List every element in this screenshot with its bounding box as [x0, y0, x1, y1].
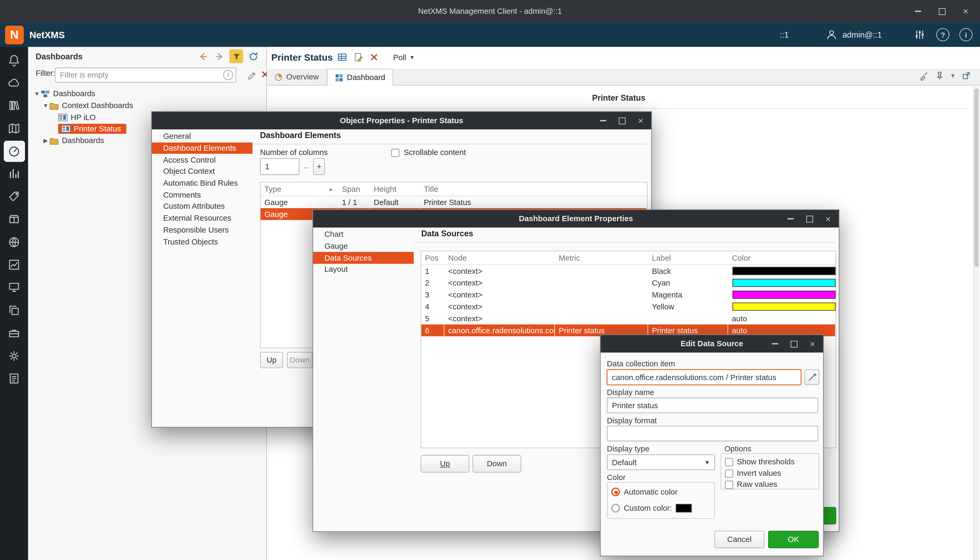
broom-icon[interactable]: [919, 71, 929, 81]
nav-item-responsible-users[interactable]: Responsible Users: [152, 224, 253, 236]
dialog-close-button[interactable]: ×: [822, 213, 834, 224]
tree-item-dashboards-root[interactable]: ▼ Dashboards: [28, 88, 266, 100]
nav-item-data-sources[interactable]: Data Sources: [313, 252, 414, 264]
cancel-button[interactable]: Cancel: [714, 531, 764, 548]
rail-notes-icon[interactable]: [3, 368, 25, 389]
dialog-close-button[interactable]: ×: [635, 115, 646, 126]
dialog-maximize-button[interactable]: [616, 115, 627, 126]
column-header-height[interactable]: Height: [370, 183, 420, 196]
table-row[interactable]: 4 <context> Yellow: [421, 301, 835, 313]
dci-picker-button[interactable]: [804, 370, 820, 385]
dialog-minimize-button[interactable]: [597, 115, 609, 126]
nav-item-automatic-bind-rules[interactable]: Automatic Bind Rules: [152, 177, 253, 189]
show-thresholds-checkbox[interactable]: [725, 458, 733, 466]
column-header-title[interactable]: Title: [420, 183, 647, 196]
rail-library-icon[interactable]: [3, 95, 25, 116]
edit-page-icon[interactable]: [353, 52, 364, 63]
help-icon[interactable]: ?: [936, 28, 950, 41]
raw-values-checkbox[interactable]: [725, 480, 733, 488]
automatic-color-radio[interactable]: [611, 488, 620, 497]
table-row[interactable]: 1 <context> Black: [421, 265, 835, 277]
delete-icon[interactable]: [369, 52, 379, 62]
table-row[interactable]: Gauge 1 / 1 Default Printer Status: [261, 196, 647, 208]
ok-button[interactable]: OK: [768, 531, 819, 548]
display-type-select[interactable]: Default ▼: [607, 455, 715, 470]
nav-item-external-resources[interactable]: External Resources: [152, 212, 253, 224]
nav-item-custom-attributes[interactable]: Custom Attributes: [152, 201, 253, 212]
nav-item-comments[interactable]: Comments: [152, 189, 253, 201]
scrollable-checkbox-row[interactable]: Scrollable content: [391, 148, 466, 157]
column-header-type[interactable]: Type▲: [261, 183, 338, 196]
down-button[interactable]: Down: [473, 455, 521, 473]
rail-dashboard-icon[interactable]: [3, 140, 25, 162]
dialog-minimize-button[interactable]: [769, 338, 780, 349]
open-external-icon[interactable]: [961, 71, 971, 81]
rail-copies-icon[interactable]: [3, 300, 25, 321]
dci-input[interactable]: [607, 370, 801, 385]
info-icon[interactable]: i: [959, 28, 973, 41]
nav-item-layout[interactable]: Layout: [313, 264, 414, 275]
nav-item-object-context[interactable]: Object Context: [152, 165, 253, 177]
chevron-down-icon[interactable]: ▼: [950, 73, 956, 79]
table-row[interactable]: 3 <context> Magenta: [421, 289, 835, 301]
column-header-label[interactable]: Label: [648, 252, 728, 265]
tab-dashboard[interactable]: Dashboard: [327, 69, 393, 86]
dialog-maximize-button[interactable]: [804, 213, 815, 224]
content-scrollbar[interactable]: [973, 87, 980, 560]
custom-color-option[interactable]: Custom color:: [607, 503, 715, 513]
column-header-span[interactable]: Span: [338, 183, 370, 196]
raw-values-option[interactable]: Raw values: [721, 479, 819, 490]
refresh-icon[interactable]: [246, 49, 260, 63]
custom-color-swatch[interactable]: [676, 504, 692, 513]
expander-closed-icon[interactable]: ▶: [42, 137, 49, 144]
window-minimize-button[interactable]: [912, 5, 923, 17]
column-header-node[interactable]: Node: [444, 252, 555, 265]
custom-color-radio[interactable]: [611, 504, 620, 513]
nav-item-trusted-objects[interactable]: Trusted Objects: [152, 236, 253, 247]
column-header-color[interactable]: Color: [728, 252, 836, 265]
filter-toggle-icon[interactable]: [230, 49, 243, 63]
rail-line-chart-icon[interactable]: [3, 254, 25, 275]
rail-cloud-icon[interactable]: [3, 72, 25, 93]
dialog-minimize-button[interactable]: [785, 213, 796, 224]
table-view-icon[interactable]: [337, 52, 348, 63]
rail-bar-chart-icon[interactable]: [3, 163, 25, 184]
table-row[interactable]: 5 <context> auto: [421, 313, 835, 325]
window-close-button[interactable]: ×: [960, 5, 971, 17]
decrement-button[interactable]: –: [301, 158, 312, 175]
rail-inventory-icon[interactable]: [3, 209, 25, 230]
rail-globe-icon[interactable]: [3, 231, 25, 252]
rail-map-icon[interactable]: [3, 118, 25, 139]
invert-values-checkbox[interactable]: [725, 469, 733, 477]
automatic-color-option[interactable]: Automatic color: [607, 487, 715, 497]
nav-item-chart[interactable]: Chart: [313, 229, 414, 240]
dialog-close-button[interactable]: ×: [807, 338, 818, 349]
rail-monitor-icon[interactable]: [3, 277, 25, 298]
tab-overview[interactable]: Overview: [267, 69, 327, 85]
scrollbar-thumb[interactable]: [975, 89, 979, 267]
display-name-input[interactable]: [607, 398, 818, 413]
window-maximize-button[interactable]: [936, 5, 947, 17]
rail-tag-icon[interactable]: [3, 186, 25, 207]
edit-filter-icon[interactable]: [247, 69, 257, 80]
show-thresholds-option[interactable]: Show thresholds: [721, 457, 819, 468]
expander-open-icon[interactable]: ▼: [42, 103, 49, 109]
invert-values-option[interactable]: Invert values: [721, 468, 819, 479]
nav-item-access-control[interactable]: Access Control: [152, 154, 253, 165]
display-format-input[interactable]: [607, 426, 818, 441]
nav-forward-icon[interactable]: [213, 49, 226, 63]
column-header-metric[interactable]: Metric: [555, 252, 648, 265]
poll-dropdown[interactable]: Poll ▼: [393, 53, 415, 62]
increment-button[interactable]: +: [313, 158, 325, 175]
nav-item-dashboard-elements[interactable]: Dashboard Elements: [152, 142, 253, 154]
expander-open-icon[interactable]: ▼: [33, 91, 40, 97]
scrollable-checkbox[interactable]: [391, 148, 399, 157]
pin-icon[interactable]: [935, 71, 945, 81]
dialog-maximize-button[interactable]: [788, 338, 799, 349]
down-button[interactable]: Down: [287, 352, 313, 368]
nav-item-general[interactable]: General: [152, 131, 253, 142]
nav-item-gauge[interactable]: Gauge: [313, 240, 414, 252]
column-header-pos[interactable]: Pos: [421, 252, 444, 265]
filter-settings-icon[interactable]: [913, 28, 927, 41]
up-button[interactable]: Up: [260, 352, 283, 368]
